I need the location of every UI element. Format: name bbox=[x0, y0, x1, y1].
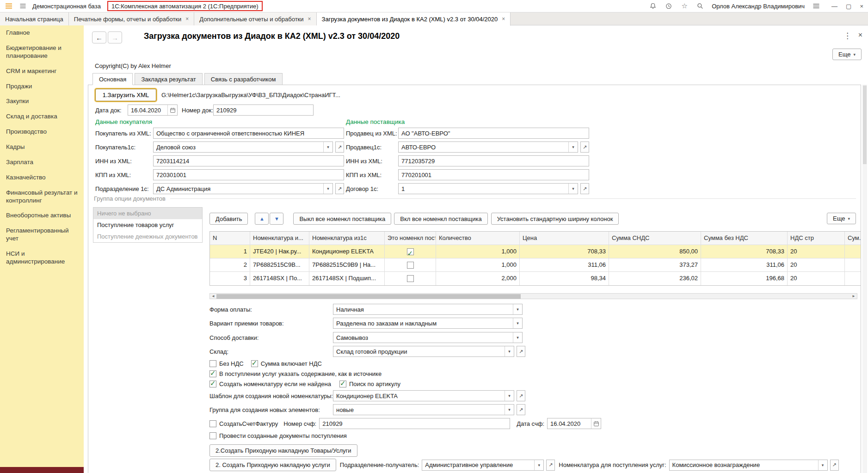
chevron-down-icon[interactable]: ▾ bbox=[513, 332, 522, 343]
option-money-documents[interactable]: Поступление денежных документов bbox=[93, 231, 202, 242]
payment-form-combo[interactable]: ▾ bbox=[333, 304, 523, 315]
cell-vat-rate[interactable]: 20 bbox=[788, 258, 845, 272]
minimize-button[interactable]: — bbox=[831, 3, 837, 10]
cell-nomenclature-1c[interactable]: Кондиционер ELEKTA bbox=[309, 245, 385, 258]
seller-1c-input[interactable] bbox=[399, 142, 568, 152]
service-nomenclature-input[interactable] bbox=[670, 460, 818, 470]
chevron-down-icon[interactable]: ▾ bbox=[323, 184, 332, 194]
sidebar-item-regulated-accounting[interactable]: Регламентированный учет bbox=[0, 223, 84, 246]
open-icon[interactable]: ↗ bbox=[580, 183, 589, 194]
sidebar-item-crm[interactable]: CRM и маркетинг bbox=[0, 64, 84, 79]
doc-date-field[interactable] bbox=[128, 104, 178, 116]
cell-nomenclature-1c[interactable]: 2617148SX | Подшип... bbox=[309, 272, 385, 285]
cell-price[interactable]: 98,34 bbox=[520, 272, 609, 285]
cell-sum-with-vat[interactable]: 850,00 bbox=[609, 245, 701, 258]
table-row[interactable]: 2 7P6882515C9B... 7P6882515C9B9 | На... … bbox=[210, 258, 861, 272]
form-tab-contact[interactable]: Связь с разработчиком bbox=[204, 73, 283, 85]
no-vat-checkbox[interactable] bbox=[209, 360, 216, 367]
sidebar-item-payroll[interactable]: Зарплата bbox=[0, 155, 84, 170]
seller-kpp-input[interactable] bbox=[398, 169, 589, 180]
chevron-down-icon[interactable]: ▾ bbox=[568, 184, 578, 194]
page-close-icon[interactable]: × bbox=[858, 31, 862, 39]
open-icon[interactable]: ↗ bbox=[546, 460, 555, 471]
invoice-number-input[interactable] bbox=[319, 418, 510, 429]
warehouse-input[interactable] bbox=[333, 346, 505, 356]
column-header[interactable]: Это номенкл пост bbox=[385, 232, 436, 245]
row-checkbox[interactable] bbox=[407, 248, 414, 255]
post-documents-checkbox[interactable] bbox=[209, 432, 216, 439]
cell-sum-without-vat[interactable]: 196,68 bbox=[701, 272, 788, 285]
form-tab-result[interactable]: Закладка результат bbox=[135, 73, 202, 85]
cell-nomenclature-xml[interactable]: JTE420 | Нак.ру... bbox=[250, 245, 309, 258]
nav-forward-button[interactable]: → bbox=[108, 31, 122, 43]
cell-sum-with-vat[interactable]: 373,27 bbox=[609, 258, 701, 272]
seller-xml-input[interactable] bbox=[398, 128, 589, 139]
sidebar-item-sales[interactable]: Продажи bbox=[0, 79, 84, 94]
column-header[interactable]: N bbox=[210, 232, 250, 245]
warehouse-combo[interactable]: ▾ bbox=[333, 346, 514, 357]
chevron-down-icon[interactable]: ▾ bbox=[534, 460, 543, 470]
seller-1c-combo[interactable]: ▾ bbox=[398, 141, 578, 153]
payment-form-input[interactable] bbox=[333, 304, 513, 314]
create-nomenclature-checkbox[interactable] bbox=[209, 381, 216, 387]
buyer-xml-input[interactable] bbox=[153, 128, 344, 139]
scroll-right-icon[interactable]: ► bbox=[850, 294, 857, 298]
table-row[interactable]: 1 JTE420 | Нак.ру... Кондиционер ELEKTA … bbox=[210, 245, 861, 258]
table-horizontal-scrollbar[interactable]: ◄ ► bbox=[209, 293, 857, 299]
open-icon[interactable]: ↗ bbox=[517, 346, 525, 357]
invoice-date-field[interactable] bbox=[547, 418, 601, 429]
tab-close-icon[interactable]: × bbox=[308, 16, 311, 22]
column-header[interactable]: Номенклатура и... bbox=[250, 232, 309, 245]
recipient-division-input[interactable] bbox=[422, 460, 534, 470]
column-header[interactable]: Номенклатура из1с bbox=[309, 232, 385, 245]
cell-sum-without-vat[interactable]: 708,33 bbox=[701, 245, 788, 258]
move-down-button[interactable]: ▼ bbox=[270, 213, 283, 225]
vertical-scrollbar[interactable] bbox=[862, 85, 867, 473]
sidebar-item-nsi-admin[interactable]: НСИ и администрирование bbox=[0, 246, 84, 270]
search-by-article-checkbox[interactable] bbox=[339, 381, 346, 387]
create-services-invoice-button[interactable]: 2. Создать Приходную накладную услуги bbox=[209, 459, 336, 471]
sidebar-item-production[interactable]: Производство bbox=[0, 124, 84, 140]
sum-includes-vat-checkbox[interactable] bbox=[251, 360, 258, 367]
buyer-1c-input[interactable] bbox=[154, 142, 323, 152]
open-icon[interactable]: ↗ bbox=[580, 141, 589, 153]
favorites-icon[interactable]: ☆ bbox=[680, 2, 689, 10]
scroll-left-icon[interactable]: ◄ bbox=[210, 294, 216, 298]
service-menu-icon[interactable] bbox=[5, 2, 13, 10]
cell-quantity[interactable]: 1,000 bbox=[436, 258, 520, 272]
disable-all-button[interactable]: Выкл все номенкл поставщика bbox=[293, 213, 391, 225]
user-name[interactable]: Орлов Александр Владимирович bbox=[712, 3, 805, 10]
load-xml-button[interactable]: 1.Загрузить XML bbox=[95, 89, 156, 101]
open-icon[interactable]: ↗ bbox=[335, 183, 344, 194]
row-checkbox[interactable] bbox=[407, 275, 414, 282]
quick-menu-icon[interactable] bbox=[18, 2, 27, 10]
sidebar-item-treasury[interactable]: Казначейство bbox=[0, 170, 84, 185]
standard-width-button[interactable]: Установить стандартную ширину колонок bbox=[491, 213, 619, 225]
tab-diadoc-loader[interactable]: Загрузка документов из Диадок в КА2 (XML… bbox=[317, 12, 511, 26]
column-header[interactable]: НДС стр bbox=[788, 232, 845, 245]
sidebar-item-budgeting[interactable]: Бюджетирование и планирование bbox=[0, 41, 84, 64]
calendar-icon[interactable] bbox=[591, 418, 601, 429]
delivery-method-input[interactable] bbox=[333, 332, 513, 343]
cell-sum-with-vat[interactable]: 236,02 bbox=[609, 272, 701, 285]
division-1c-input[interactable] bbox=[154, 184, 323, 194]
invoice-date-input[interactable] bbox=[548, 418, 591, 429]
acceptance-variant-input[interactable] bbox=[333, 318, 513, 328]
cell-quantity[interactable]: 1,000 bbox=[436, 245, 520, 258]
cell-vat-rate[interactable]: 20 bbox=[788, 272, 845, 285]
history-icon[interactable] bbox=[665, 2, 673, 10]
division-1c-combo[interactable]: ▾ bbox=[153, 183, 333, 194]
cell-quantity[interactable]: 2,000 bbox=[436, 272, 520, 285]
chevron-down-icon[interactable]: ▾ bbox=[818, 460, 827, 470]
enable-all-button[interactable]: Вкл все номенкл поставщика bbox=[394, 213, 487, 225]
table-row[interactable]: 3 2617148SX | По... 2617148SX | Подшип..… bbox=[210, 272, 861, 285]
column-header[interactable]: Количество bbox=[436, 232, 520, 245]
tab-home[interactable]: Начальная страница bbox=[0, 12, 69, 25]
scrollbar-thumb[interactable] bbox=[216, 294, 521, 299]
notifications-icon[interactable] bbox=[649, 2, 657, 10]
chevron-down-icon[interactable]: ▾ bbox=[568, 142, 578, 152]
search-icon[interactable] bbox=[696, 2, 704, 10]
nomenclature-template-input[interactable] bbox=[333, 391, 505, 401]
seller-inn-input[interactable] bbox=[398, 155, 589, 166]
tab-print-forms[interactable]: Печатные формы, отчеты и обработки × bbox=[69, 12, 195, 25]
